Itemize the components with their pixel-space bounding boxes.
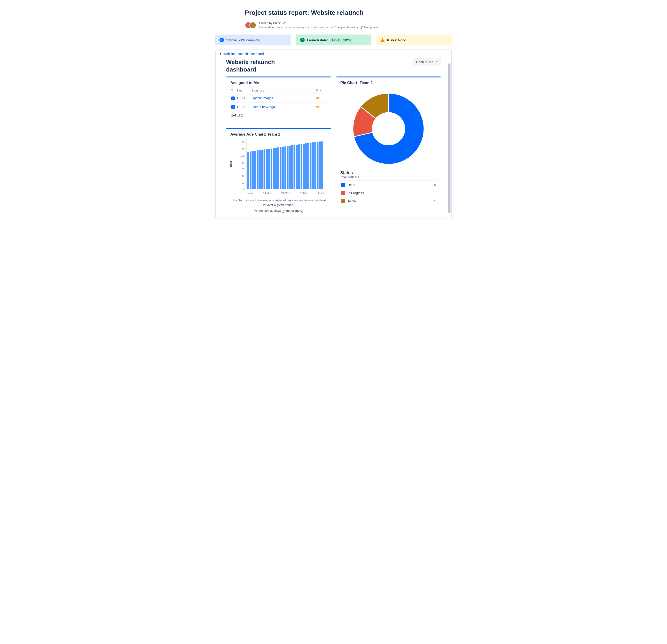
table-row: ✓ LJB-5 Create new logo == — [230, 102, 327, 111]
table-row: ✓ LJB-4 Update images == — [230, 94, 327, 103]
pie-chart-title: Pie Chart: Team 2 — [340, 81, 437, 85]
legend-count: 5 — [434, 183, 436, 187]
bar — [300, 144, 303, 189]
jira-icon — [219, 52, 222, 55]
bar — [247, 152, 249, 189]
bar — [321, 142, 323, 189]
svg-point-0 — [360, 26, 363, 29]
views-text: 2 people viewed — [334, 26, 355, 30]
bar — [312, 143, 314, 189]
info-icon: i — [219, 38, 224, 42]
bar — [259, 150, 261, 189]
launch-value: Jun 19, 2024 — [330, 38, 352, 43]
views-icon: 2 people viewed — [330, 26, 355, 30]
col-priority[interactable]: P▾ — [315, 87, 327, 94]
dashboard-link-text: Website relaunch dashboard — [223, 52, 264, 56]
status-heading: Status — [340, 170, 437, 175]
bar-chart: Days 020406080100120140 7-May14-May21-Ma… — [230, 139, 327, 196]
legend-swatch — [341, 199, 345, 203]
bar — [319, 142, 321, 189]
issue-key-link[interactable]: LJB-5 — [237, 105, 246, 109]
bar — [261, 150, 263, 189]
col-type[interactable]: T — [230, 87, 236, 94]
risks-label: Risks — [387, 38, 396, 42]
issues-link[interactable]: issues — [294, 198, 303, 202]
pie-chart-widget: Pie Chart: Team 2 Status Total Issues: 7… — [336, 76, 441, 216]
scrollbar[interactable] — [448, 63, 451, 213]
bar — [314, 142, 316, 189]
age-chart-widget: Average Age Chart: Team 1 Days 020406080… — [226, 128, 331, 216]
task-icon: ✓ — [231, 97, 235, 100]
bar — [252, 151, 254, 189]
bar — [310, 143, 311, 189]
assigned-title: Assigned to Me — [230, 81, 327, 85]
legend-swatch — [341, 183, 345, 187]
bar — [305, 143, 307, 189]
legend-row: In Progress1 — [340, 189, 437, 197]
legend-label: To Do — [347, 199, 356, 203]
total-issues: Total Issues: 7 — [340, 175, 437, 179]
status-card: i Status: 71% complete — [215, 34, 291, 45]
owner-avatars — [245, 22, 256, 29]
bar — [266, 149, 267, 189]
bar — [277, 147, 279, 189]
donut-chart — [350, 90, 427, 167]
chevron-down-icon: ▾ — [320, 89, 321, 92]
bar — [298, 145, 300, 189]
pager-total-link[interactable]: 2 — [241, 114, 243, 117]
priority-medium-icon: == — [316, 105, 319, 109]
status-label: Status — [226, 38, 237, 42]
bar — [287, 146, 289, 189]
legend-label: Done — [347, 183, 355, 187]
bar — [291, 145, 293, 189]
dashboard-panel: Website relaunch dashboard Website relau… — [215, 50, 452, 218]
bar — [284, 147, 286, 189]
launch-label: Launch date — [307, 38, 327, 42]
legend-label: In Progress — [347, 191, 364, 195]
bar — [275, 148, 277, 189]
warning-icon — [380, 38, 385, 42]
risks-card: Risks: None — [376, 34, 452, 45]
risks-value: None — [398, 38, 406, 42]
bar — [254, 151, 256, 189]
owner-line: Owned by Chloe Lee — [259, 21, 379, 26]
last-updated: Last updated: less than a minute ago — [259, 26, 306, 30]
bar — [289, 146, 291, 189]
bar — [263, 149, 265, 189]
bar — [296, 145, 298, 189]
external-link-icon — [435, 61, 438, 64]
legend-row: To Do1 — [340, 197, 437, 205]
bar — [303, 144, 305, 189]
status-value: 71% complete — [239, 38, 260, 42]
read-time: 1 min read — [311, 26, 324, 30]
open-in-jira-button[interactable]: Open in Jira — [413, 59, 441, 66]
bar — [282, 147, 284, 189]
bar — [273, 148, 275, 189]
issue-summary-link[interactable]: Create new logo — [252, 105, 275, 109]
bar — [280, 147, 281, 189]
bar — [268, 149, 270, 189]
col-key[interactable]: Key — [236, 87, 251, 94]
col-summary[interactable]: Summary — [251, 87, 315, 94]
svg-point-1 — [361, 27, 362, 28]
bar — [250, 151, 251, 189]
open-in-jira-label: Open in Jira — [416, 60, 433, 64]
bar — [294, 145, 295, 189]
assigned-widget: Assigned to Me T Key Summary P▾ — [226, 76, 331, 123]
page-title: Project status report: Website relaunch — [245, 9, 452, 16]
updates-icon: No updates — [360, 26, 379, 30]
issue-summary-link[interactable]: Update images — [252, 96, 273, 100]
issue-key-link[interactable]: LJB-4 — [237, 96, 246, 100]
dashboard-link[interactable]: Website relaunch dashboard — [216, 50, 451, 57]
age-chart-title: Average Age Chart: Team 1 — [230, 132, 327, 137]
bar — [271, 149, 272, 189]
legend-count: 1 — [434, 191, 436, 195]
avatar — [249, 22, 256, 29]
legend-count: 1 — [434, 199, 436, 203]
priority-medium-icon: == — [316, 96, 319, 100]
dashboard-title: Website relaunch dashboard — [226, 59, 294, 73]
bar — [317, 142, 319, 189]
chart-description: This chart shows the average number of d… — [230, 198, 327, 207]
check-icon: ✓ — [300, 38, 305, 42]
bar — [307, 143, 309, 189]
